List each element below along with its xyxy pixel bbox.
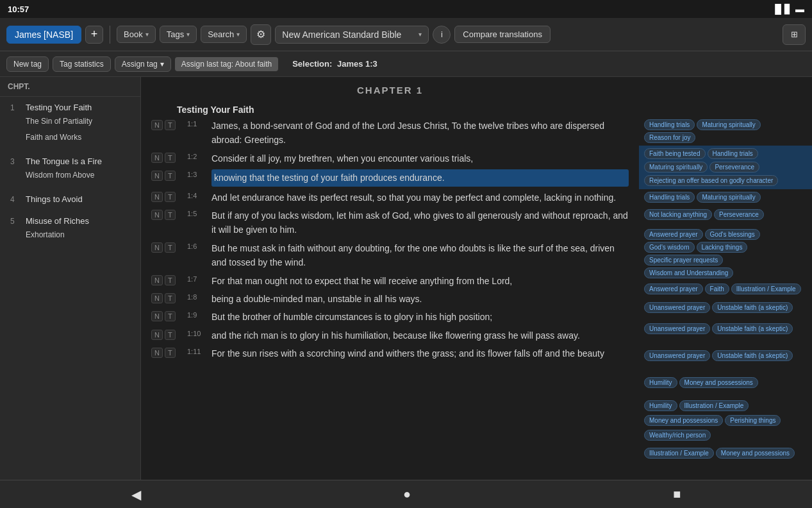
home-button[interactable]: ● xyxy=(390,484,424,504)
marker-n-1-11[interactable]: N xyxy=(151,348,163,358)
marker-n-1-4[interactable]: N xyxy=(151,192,163,202)
tag-handling-trials-1-4[interactable]: Handling trials xyxy=(644,192,695,203)
square-button[interactable]: ■ xyxy=(660,484,693,504)
marker-n-1-2[interactable]: N xyxy=(151,153,163,163)
tag-statistics-button[interactable]: Tag statistics xyxy=(53,56,111,72)
tag-lacking-things[interactable]: Lacking things xyxy=(697,242,748,253)
tag-perishing-things[interactable]: Perishing things xyxy=(725,415,781,426)
tag-maturing-1-4[interactable]: Maturing spiritually xyxy=(697,192,760,203)
tag-wisdom-understanding[interactable]: Wisdom and Understanding xyxy=(644,267,733,278)
verse-text-1-8[interactable]: being a double-minded man, unstable in a… xyxy=(211,292,629,306)
marker-n-1-10[interactable]: N xyxy=(151,330,163,340)
back-button[interactable]: ◀ xyxy=(119,484,154,505)
tag-gods-wisdom[interactable]: God's wisdom xyxy=(644,242,695,253)
tag-unanswered-prayer-1-8[interactable]: Unanswered prayer xyxy=(644,350,710,361)
tag-rejecting-offer[interactable]: Rejecting an offer based on godly charac… xyxy=(644,175,778,186)
tag-gods-blessings[interactable]: God's blessings xyxy=(705,229,760,240)
sidebar-item-things-avoid[interactable]: Things to Avoid xyxy=(26,194,83,205)
tag-illustration-1-10[interactable]: Illustration / Example xyxy=(679,400,749,411)
marker-t-1-3[interactable]: T xyxy=(165,171,176,181)
new-tag-button[interactable]: New tag xyxy=(6,56,49,72)
marker-n-1-5[interactable]: N xyxy=(151,210,163,220)
marker-t-1-1[interactable]: T xyxy=(165,120,176,130)
marker-n-1-6[interactable]: N xyxy=(151,242,163,253)
assign-tag-button[interactable]: Assign tag ▾ xyxy=(115,56,171,72)
tag-perseverance-1-4[interactable]: Perseverance xyxy=(714,209,764,220)
james-tab[interactable]: James [NASB] xyxy=(6,26,81,44)
verse-text-1-1[interactable]: James, a bond-servant of God and of the … xyxy=(211,119,629,148)
verse-text-1-10[interactable]: and the rich man is to glory in his humi… xyxy=(211,328,629,343)
marker-t-1-7[interactable]: T xyxy=(165,275,176,285)
tag-money-possessions-1-9[interactable]: Money and possessions xyxy=(679,377,758,388)
tag-perseverance-1-3[interactable]: Perseverance xyxy=(709,162,759,173)
sidebar-chapter-1[interactable]: 1 Testing Your Faith The Sin of Partiali… xyxy=(0,97,140,151)
marker-t-1-9[interactable]: T xyxy=(165,311,176,321)
sidebar-item-wisdom-above[interactable]: Wisdom from Above xyxy=(26,167,102,183)
verse-text-1-5[interactable]: But if any of you lacks wisdom, let him … xyxy=(211,208,629,237)
tag-answered-prayer-1-6[interactable]: Answered prayer xyxy=(644,284,703,294)
book-dropdown[interactable]: Book ▾ xyxy=(117,26,156,43)
tag-humility-1-9[interactable]: Humility xyxy=(644,377,677,388)
marker-t-1-6[interactable]: T xyxy=(165,242,176,253)
add-tab-button[interactable]: + xyxy=(85,26,103,44)
marker-t-1-11[interactable]: T xyxy=(165,348,176,358)
sidebar-chapter-5[interactable]: 5 Misuse of Riches Exhortation xyxy=(0,210,140,248)
verse-text-1-7[interactable]: For that man ought not to expect that he… xyxy=(211,274,629,288)
verse-markers-1-3: N T xyxy=(151,169,183,181)
sidebar-chapter-4[interactable]: 4 Things to Avoid xyxy=(0,189,140,210)
verse-text-1-11[interactable]: For the sun rises with a scorching wind … xyxy=(211,346,629,360)
marker-n-1-9[interactable]: N xyxy=(151,311,163,321)
info-button[interactable]: i xyxy=(433,26,451,44)
marker-t-1-2[interactable]: T xyxy=(165,153,176,163)
tag-illustration-1-6[interactable]: Illustration / Example xyxy=(731,284,801,294)
sidebar-item-exhortation[interactable]: Exhortation xyxy=(26,227,89,243)
verse-text-1-6[interactable]: But he must ask in faith without any dou… xyxy=(211,241,629,270)
tag-reason-joy[interactable]: Reason for joy xyxy=(644,132,695,143)
marker-n-1-1[interactable]: N xyxy=(151,120,163,130)
bible-selector[interactable]: New American Standard Bible ▾ xyxy=(275,26,429,44)
tag-unstable-faith-1-8[interactable]: Unstable faith (a skeptic) xyxy=(712,350,793,361)
assign-last-button[interactable]: Assign last tag: About faith xyxy=(175,57,278,71)
tag-handling-trials-1-2[interactable]: Handling trials xyxy=(644,119,695,130)
sidebar-chapter-3[interactable]: 3 The Tongue Is a Fire Wisdom from Above xyxy=(0,151,140,189)
tag-answered-prayer-1-5[interactable]: Answered prayer xyxy=(644,229,703,240)
tag-money-possessions-1-11[interactable]: Money and possessions xyxy=(716,448,795,459)
marker-n-1-3[interactable]: N xyxy=(151,171,163,181)
gear-button[interactable]: ⚙ xyxy=(251,24,271,45)
layout-button[interactable]: ⊞ xyxy=(783,24,806,45)
tag-unstable-faith-1-7[interactable]: Unstable faith (a skeptic) xyxy=(712,323,793,334)
verse-text-1-3[interactable]: knowing that the testing of your faith p… xyxy=(211,169,629,186)
tag-money-possessions-1-10[interactable]: Money and possessions xyxy=(644,415,723,426)
marker-n-1-8[interactable]: N xyxy=(151,293,163,303)
marker-t-1-10[interactable]: T xyxy=(165,330,176,340)
sidebar-item-testing-faith[interactable]: Testing Your Faith xyxy=(26,102,100,114)
tag-maturing-1-3[interactable]: Maturing spiritually xyxy=(644,162,708,173)
tag-specific-prayer[interactable]: Specific prayer requests xyxy=(644,255,723,266)
tags-dropdown[interactable]: Tags ▾ xyxy=(160,26,197,43)
marker-t-1-5[interactable]: T xyxy=(165,210,176,220)
tag-unstable-faith-1-6[interactable]: Unstable faith (a skeptic) xyxy=(712,302,793,313)
separator xyxy=(110,26,110,44)
sidebar-item-tongue-fire[interactable]: The Tongue Is a Fire xyxy=(26,156,102,167)
tag-faith-tested[interactable]: Faith being tested xyxy=(644,148,706,159)
marker-n-1-7[interactable]: N xyxy=(151,275,163,285)
search-dropdown[interactable]: Search ▾ xyxy=(201,26,247,43)
sidebar-item-faith-works[interactable]: Faith and Works xyxy=(26,130,100,146)
tag-faith-1-6[interactable]: Faith xyxy=(705,284,729,294)
compare-button[interactable]: Compare translations xyxy=(454,26,551,43)
verse-text-1-4[interactable]: And let endurance have its perfect resul… xyxy=(211,190,629,205)
verse-text-1-2[interactable]: Consider it all joy, my brethren, when y… xyxy=(211,151,629,165)
sidebar-item-misuse-riches[interactable]: Misuse of Riches xyxy=(26,216,89,227)
tag-not-lacking[interactable]: Not lacking anything xyxy=(644,209,712,220)
marker-t-1-4[interactable]: T xyxy=(165,192,176,202)
tag-maturing-1-2[interactable]: Maturing spiritually xyxy=(697,119,760,130)
tag-handling-trials-1-3[interactable]: Handling trials xyxy=(708,148,758,159)
tag-humility-1-10[interactable]: Humility xyxy=(644,400,677,411)
tag-wealthy-rich[interactable]: Wealthy/rich person xyxy=(644,430,711,441)
tag-illustration-1-11[interactable]: Illustration / Example xyxy=(644,448,714,459)
verse-text-1-9[interactable]: But the brother of humble circumstances … xyxy=(211,310,629,324)
marker-t-1-8[interactable]: T xyxy=(165,293,176,303)
tag-unanswered-prayer-1-7[interactable]: Unanswered prayer xyxy=(644,323,710,334)
sidebar-item-sin-partiality[interactable]: The Sin of Partiality xyxy=(26,114,100,130)
tag-unanswered-prayer-1-6[interactable]: Unanswered prayer xyxy=(644,302,710,313)
